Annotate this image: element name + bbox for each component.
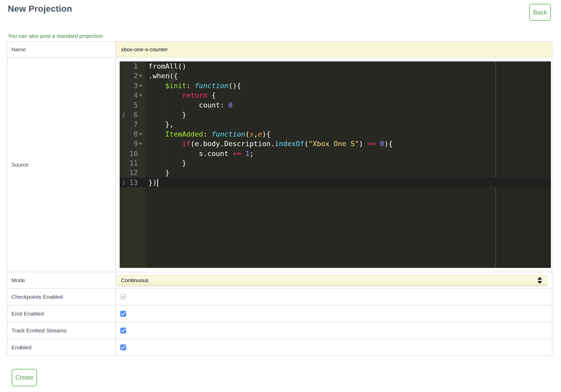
- emit-enabled-row: Emit Enabled: [7, 305, 552, 322]
- line-number: 11: [129, 159, 138, 167]
- source-value-cell: 12345i6789101112i13 fromAll().when({ $in…: [116, 57, 552, 272]
- checkpoints-enabled-checkbox: [120, 294, 126, 300]
- fold-arrow-icon[interactable]: [139, 94, 142, 97]
- code-line-1: fromAll(): [146, 61, 551, 71]
- text-cursor: [157, 179, 158, 187]
- source-row: Source 12345i6789101112i13 fromAll().whe…: [7, 57, 552, 272]
- checkpoints-enabled-label: Checkpoints Enabled: [7, 288, 116, 305]
- indent-guide: [199, 149, 199, 158]
- code-line-9: if(e.body.Description.indexOf("Xbox One …: [146, 139, 551, 148]
- line-number: 5: [134, 101, 138, 109]
- code-line-8: ItemAdded: function(s,e){: [146, 129, 551, 139]
- fold-arrow-icon[interactable]: [139, 143, 142, 145]
- indent-guide: [182, 149, 183, 158]
- projection-form-table: Name Source 12345i6789101112i13 fromAll(…: [7, 41, 552, 356]
- code-line-7: },: [146, 119, 551, 129]
- standard-projection-link[interactable]: You can also post a standard projection: [8, 33, 103, 39]
- enabled-row: Enabled: [7, 339, 552, 356]
- indent-guide: [182, 139, 183, 148]
- emit-enabled-label: Emit Enabled: [7, 305, 116, 322]
- mode-value-cell: Continuous: [116, 272, 552, 288]
- indent-guide: [165, 129, 166, 139]
- gutter-line-2: 2: [120, 71, 146, 81]
- line-number: 7: [134, 120, 138, 128]
- new-projection-page: New Projection Back You can also post a …: [0, 0, 561, 392]
- name-row: Name: [7, 42, 552, 57]
- gutter-line-11: 11: [120, 158, 146, 168]
- gutter-line-8: 8: [120, 129, 146, 139]
- gutter-line-7: 7: [120, 119, 146, 129]
- create-button[interactable]: Create: [12, 369, 37, 386]
- line-number: 6: [134, 111, 138, 119]
- mode-label: Mode: [7, 272, 116, 288]
- track-emitted-streams-checkbox[interactable]: [120, 327, 126, 333]
- enabled-checkbox[interactable]: [120, 344, 126, 350]
- track-emitted-streams-label: Track Emitted Streams: [7, 322, 116, 339]
- code-line-5: count: 0: [146, 100, 551, 110]
- indent-guide: [165, 119, 166, 129]
- indent-guide: [165, 100, 166, 110]
- indent-guide: [165, 158, 166, 168]
- indent-guide: [165, 90, 166, 100]
- indent-guide: [182, 100, 183, 110]
- name-input[interactable]: [116, 42, 552, 57]
- indent-guide: [165, 168, 166, 177]
- gutter-line-3: 3: [120, 81, 146, 90]
- enabled-label: Enabled: [7, 339, 116, 356]
- line-number: 2: [134, 72, 138, 80]
- info-annotation-icon: i: [122, 178, 124, 187]
- code-line-4: return {: [146, 90, 551, 100]
- back-button[interactable]: Back: [529, 4, 551, 21]
- code-line-2: .when({: [146, 71, 551, 81]
- info-annotation-icon: i: [122, 110, 124, 119]
- enabled-cell: [116, 339, 552, 356]
- line-number: 1: [134, 62, 138, 70]
- indent-guide: [182, 158, 183, 168]
- code-line-6: }: [146, 110, 551, 119]
- mode-row: Mode Continuous: [7, 272, 552, 288]
- editor-gutter: 12345i6789101112i13: [120, 61, 146, 268]
- gutter-line-1: 1: [120, 61, 146, 71]
- emit-enabled-cell: [116, 305, 552, 322]
- line-number: 8: [134, 130, 138, 138]
- gutter-line-5: 5: [120, 100, 146, 110]
- checkpoints-enabled-cell: [116, 288, 552, 305]
- line-number: 3: [134, 82, 138, 90]
- name-value-cell: [116, 42, 552, 57]
- checkpoints-enabled-row: Checkpoints Enabled: [7, 288, 552, 305]
- gutter-line-13: i13: [120, 178, 146, 187]
- code-line-11: }: [146, 158, 551, 168]
- gutter-line-12: 12: [120, 168, 146, 177]
- code-line-10: s.count += 1;: [146, 149, 551, 158]
- code-line-13: }): [146, 178, 551, 187]
- indent-guide: [182, 90, 183, 100]
- track-emitted-streams-cell: [116, 322, 552, 339]
- page-title: New Projection: [8, 4, 72, 14]
- line-number: 4: [134, 91, 138, 99]
- gutter-line-10: 10: [120, 149, 146, 158]
- indent-guide: [165, 81, 166, 90]
- indent-guide: [199, 100, 199, 110]
- gutter-line-9: 9: [120, 139, 146, 148]
- gutter-line-6: i6: [120, 110, 146, 119]
- indent-guide: [165, 139, 166, 148]
- mode-select[interactable]: Continuous: [116, 275, 548, 286]
- source-label: Source: [7, 57, 116, 272]
- name-label: Name: [7, 42, 116, 57]
- code-line-3: $init: function(){: [146, 81, 551, 90]
- fold-arrow-icon[interactable]: [139, 133, 142, 136]
- fold-arrow-icon[interactable]: [139, 75, 142, 77]
- editor-code: fromAll().when({ $init: function(){ retu…: [146, 61, 551, 268]
- track-emitted-streams-row: Track Emitted Streams: [7, 322, 552, 339]
- line-number: 10: [129, 149, 138, 158]
- indent-guide: [165, 110, 166, 119]
- indent-guide: [165, 149, 166, 158]
- indent-guide: [182, 110, 183, 119]
- line-number: 9: [134, 140, 138, 148]
- fold-arrow-icon[interactable]: [139, 85, 142, 87]
- gutter-line-4: 4: [120, 90, 146, 100]
- emit-enabled-checkbox[interactable]: [120, 311, 126, 317]
- line-number: 12: [129, 169, 138, 177]
- source-code-editor[interactable]: 12345i6789101112i13 fromAll().when({ $in…: [120, 61, 551, 268]
- line-number: 13: [129, 179, 138, 187]
